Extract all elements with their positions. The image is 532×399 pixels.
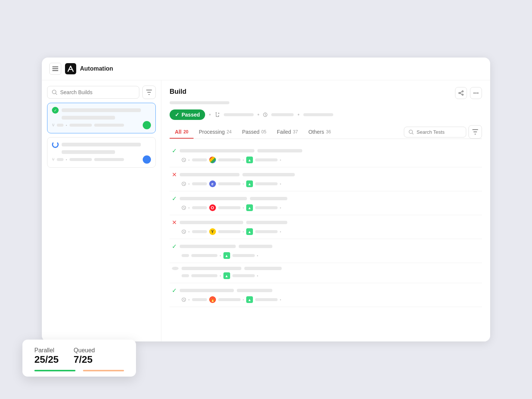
status-icon-pass-3: ✓ bbox=[172, 195, 177, 202]
android-2: ▲ bbox=[246, 180, 253, 187]
build-card-1[interactable]: ✓ ⑂ • bbox=[47, 103, 156, 133]
tabs-search-area bbox=[404, 125, 482, 139]
svg-line-9 bbox=[460, 92, 462, 93]
tab-passed-label: Passed bbox=[242, 129, 260, 135]
svg-point-8 bbox=[462, 94, 464, 96]
android-3: ▲ bbox=[246, 204, 253, 211]
test-row-5[interactable]: ✓ • ▲ • bbox=[170, 239, 482, 263]
menu-button[interactable] bbox=[49, 63, 61, 75]
t6s2 bbox=[191, 274, 217, 277]
t6s0 bbox=[172, 267, 179, 270]
search-icon bbox=[52, 90, 57, 95]
t4s3 bbox=[255, 230, 278, 233]
t6s1 bbox=[182, 274, 189, 277]
branch-icon-2: ⑂ bbox=[52, 157, 55, 162]
test-row-3[interactable]: ✓ • O • ▲ • bbox=[170, 191, 482, 215]
clock-2 bbox=[182, 182, 186, 186]
t4s1 bbox=[192, 230, 207, 233]
clock-1 bbox=[182, 158, 186, 162]
test-row-1[interactable]: ✓ • • ▲ • bbox=[170, 143, 482, 167]
clock-3 bbox=[182, 205, 186, 210]
app-header: Automation bbox=[42, 58, 490, 80]
more-button[interactable] bbox=[470, 87, 482, 99]
parallel-stat: Parallel 25/25 bbox=[34, 347, 59, 365]
test-row-4[interactable]: ✕ • Y • ▲ • bbox=[170, 215, 482, 239]
android-6: ▲ bbox=[223, 272, 230, 279]
main-container: Automation bbox=[42, 58, 490, 341]
test-row-2-meta: • e • ▲ • bbox=[172, 180, 480, 187]
tab-passed-count: 05 bbox=[262, 129, 266, 134]
svg-point-14 bbox=[216, 112, 217, 113]
tab-failed-count: 37 bbox=[293, 129, 298, 134]
build-header-actions bbox=[455, 87, 482, 99]
main-content: Build bbox=[161, 80, 490, 341]
build-title-skeleton-1 bbox=[62, 108, 141, 112]
share-button[interactable] bbox=[455, 87, 467, 99]
t7s3 bbox=[255, 298, 278, 301]
build-time-skeleton bbox=[271, 113, 294, 116]
pass-icon-1: ✓ bbox=[52, 107, 59, 114]
test-name-sk-6 bbox=[182, 267, 241, 270]
tab-failed[interactable]: Failed 37 bbox=[272, 126, 303, 139]
test-row-1-meta: • • ▲ • bbox=[172, 157, 480, 163]
app-title: Automation bbox=[80, 65, 113, 72]
body-row: ✓ ⑂ • bbox=[42, 80, 490, 341]
search-builds-input[interactable] bbox=[60, 89, 134, 95]
s2 bbox=[69, 124, 92, 127]
tab-passed[interactable]: Passed 05 bbox=[237, 126, 272, 139]
svg-rect-1 bbox=[52, 68, 58, 69]
t3s1 bbox=[192, 206, 207, 209]
build-extra-skeleton bbox=[303, 113, 333, 116]
test-name-sk-4b bbox=[246, 221, 287, 224]
s1 bbox=[57, 124, 64, 127]
parallel-label: Parallel bbox=[34, 347, 59, 354]
test-row-7[interactable]: ✓ • 🔥 • ▲ • bbox=[170, 283, 482, 307]
sep1: • bbox=[209, 111, 211, 118]
avatar-1 bbox=[143, 121, 151, 129]
svg-line-5 bbox=[56, 93, 57, 95]
svg-line-10 bbox=[460, 93, 462, 95]
tests-filter-button[interactable] bbox=[468, 125, 482, 139]
parallel-bar bbox=[34, 370, 75, 371]
tabs-row: All 20 Processing 24 Passed 05 Failed 37… bbox=[170, 125, 482, 139]
test-row-6[interactable]: • ▲ • bbox=[170, 263, 482, 283]
t6s3 bbox=[232, 274, 255, 277]
search-tests-input[interactable] bbox=[417, 129, 461, 135]
t7s2 bbox=[218, 298, 241, 301]
test-row-5-meta: • ▲ • bbox=[172, 252, 480, 259]
tab-others-label: Others bbox=[308, 129, 324, 135]
browser-chrome-1 bbox=[209, 157, 216, 163]
search-tests-bar[interactable] bbox=[404, 127, 466, 137]
t3s3 bbox=[255, 206, 278, 209]
svg-point-7 bbox=[459, 92, 460, 94]
check-mark: ✓ bbox=[175, 112, 179, 118]
test-row-2[interactable]: ✕ • e • ▲ • bbox=[170, 167, 482, 191]
tab-processing[interactable]: Processing 24 bbox=[194, 126, 237, 139]
t1s3 bbox=[255, 158, 278, 161]
search-builds-bar[interactable] bbox=[47, 86, 139, 99]
svg-rect-0 bbox=[52, 66, 58, 67]
test-name-sk-7b bbox=[237, 289, 272, 292]
tab-others[interactable]: Others 36 bbox=[303, 126, 336, 139]
browser-safari-7: 🔥 bbox=[209, 296, 216, 303]
processing-icon-2 bbox=[52, 141, 59, 148]
svg-rect-3 bbox=[65, 63, 76, 74]
svg-rect-2 bbox=[52, 70, 58, 71]
filter-button[interactable] bbox=[142, 86, 156, 99]
test-name-sk-2 bbox=[180, 173, 239, 176]
test-name-sk-1b bbox=[257, 149, 302, 152]
browser-opera-3: O bbox=[209, 204, 216, 211]
clock-4 bbox=[182, 229, 186, 234]
build-card-1-top: ✓ bbox=[52, 107, 151, 114]
test-row-7-meta: • 🔥 • ▲ • bbox=[172, 296, 480, 303]
tab-all[interactable]: All 20 bbox=[170, 126, 194, 139]
test-row-5-top: ✓ bbox=[172, 243, 480, 250]
test-row-6-meta: • ▲ • bbox=[172, 272, 480, 279]
passed-label: Passed bbox=[182, 112, 200, 118]
build-card-2[interactable]: ⑂ • bbox=[47, 137, 156, 168]
t5s1 bbox=[191, 254, 217, 257]
test-name-sk-1 bbox=[180, 149, 254, 152]
build-card-1-meta: ⑂ • bbox=[52, 121, 151, 129]
test-row-1-top: ✓ bbox=[172, 147, 480, 154]
status-icon-fail-4: ✕ bbox=[172, 219, 177, 226]
